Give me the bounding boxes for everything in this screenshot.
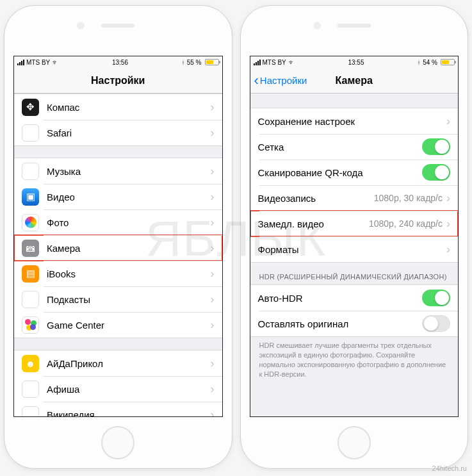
aidaprikol-icon: ☻	[22, 355, 39, 372]
settings-row-music[interactable]: ♫Музыка›	[14, 158, 222, 184]
settings-row-gamecenter[interactable]: Game Center›	[14, 312, 222, 338]
nav-bar: Настройки	[14, 68, 222, 94]
row-label: Камера	[47, 243, 211, 254]
camera-row-preserve[interactable]: Сохранение настроек›	[250, 108, 459, 134]
speaker	[101, 24, 134, 28]
nav-bar: ‹ Настройки Камера	[250, 68, 459, 94]
battery-icon	[441, 59, 455, 65]
safari-icon: ✶	[22, 124, 39, 142]
row-label: iBooks	[47, 268, 211, 279]
clock: 13:56	[112, 59, 128, 66]
page-title: Камера	[336, 75, 373, 86]
phone-right: MTS BY ᯤ 13:55 ᚼ 54 % ‹ Настройки Камера…	[240, 5, 469, 469]
row-value: 1080p, 30 кадр/с	[374, 193, 443, 203]
afisha-icon: A	[22, 381, 39, 398]
row-label: Подкасты	[47, 294, 211, 305]
autohdr-switch[interactable]	[422, 290, 450, 306]
front-camera	[77, 22, 85, 29]
qr-switch[interactable]	[422, 164, 450, 181]
podcasts-icon: ◉	[22, 291, 39, 308]
camera-row-autohdr[interactable]: Авто-HDR	[250, 285, 459, 311]
chevron-right-icon: ›	[446, 217, 450, 231]
wifi-icon: ᯤ	[52, 58, 59, 66]
screen-camera-settings: MTS BY ᯤ 13:55 ᚼ 54 % ‹ Настройки Камера…	[250, 56, 459, 417]
page-title: Настройки	[91, 75, 145, 86]
camera-row-qr[interactable]: Сканирование QR-кода	[250, 160, 459, 185]
row-label: Safari	[47, 127, 211, 138]
settings-row-safari[interactable]: ✶Safari›	[14, 120, 222, 145]
settings-row-photos[interactable]: Фото›	[14, 209, 222, 235]
wikipedia-icon: W	[22, 406, 39, 417]
battery-icon	[205, 59, 219, 65]
back-button[interactable]: ‹ Настройки	[254, 74, 307, 88]
chevron-right-icon: ›	[211, 267, 215, 281]
chevron-right-icon: ›	[211, 242, 215, 255]
battery-percent: 54 %	[423, 59, 437, 66]
status-bar: MTS BY ᯤ 13:56 ᚼ 55 %	[14, 56, 222, 68]
chevron-right-icon: ›	[446, 243, 450, 256]
settings-row-video[interactable]: ▣Видео›	[14, 184, 222, 209]
chevron-right-icon: ›	[211, 126, 215, 140]
wifi-icon: ᯤ	[288, 58, 295, 66]
keepnormal-switch[interactable]	[422, 315, 450, 332]
settings-list[interactable]: ✥Компас›✶Safari›♫Музыка›▣Видео›Фото›📷︎Ка…	[14, 94, 222, 416]
carrier-label: MTS BY	[263, 59, 286, 66]
settings-row-aidaprikol[interactable]: ☻АйДаПрикол›	[14, 350, 222, 376]
row-label: Википедия	[47, 409, 211, 417]
settings-row-ibooks[interactable]: ▤iBooks›	[14, 261, 222, 286]
settings-row-podcasts[interactable]: ◉Подкасты›	[14, 286, 222, 312]
chevron-right-icon: ›	[211, 408, 215, 417]
chevron-right-icon: ›	[446, 192, 450, 205]
row-label: Оставлять оригинал	[258, 318, 423, 329]
camera-row-keepnormal[interactable]: Оставлять оригинал	[250, 311, 459, 336]
settings-row-compass[interactable]: ✥Компас›	[14, 94, 222, 120]
row-label: АйДаПрикол	[47, 358, 211, 369]
camera-row-formats[interactable]: Форматы›	[250, 236, 459, 262]
speaker	[338, 24, 371, 28]
front-camera	[313, 22, 321, 29]
chevron-right-icon: ›	[211, 216, 215, 229]
battery-percent: 55 %	[187, 59, 202, 66]
video-icon: ▣	[22, 188, 39, 206]
ibooks-icon: ▤	[22, 265, 39, 283]
music-icon: ♫	[22, 163, 39, 180]
row-value: 1080p, 240 кадр/с	[369, 218, 443, 229]
row-label: Видеозапись	[258, 193, 374, 204]
row-label: Афиша	[47, 384, 211, 395]
compass-icon: ✥	[22, 99, 39, 116]
row-label: Сохранение настроек	[258, 116, 447, 127]
bluetooth-icon: ᚼ	[417, 59, 421, 66]
settings-row-camera[interactable]: 📷︎Камера›	[14, 235, 222, 261]
signal-icon	[254, 60, 261, 65]
chevron-right-icon: ›	[211, 318, 215, 332]
camera-row-grid[interactable]: Сетка	[250, 134, 459, 160]
chevron-right-icon: ›	[211, 293, 215, 306]
home-button[interactable]	[338, 426, 371, 459]
camera-row-slomo[interactable]: Замедл. видео1080p, 240 кадр/с›	[250, 211, 459, 236]
chevron-left-icon: ‹	[254, 74, 259, 88]
chevron-right-icon: ›	[211, 101, 215, 114]
hdr-section-header: HDR (РАСШИРЕННЫЙ ДИНАМИЧЕСКИЙ ДИАПАЗОН)	[250, 263, 459, 284]
chevron-right-icon: ›	[211, 190, 215, 204]
grid-switch[interactable]	[422, 138, 450, 155]
row-label: Фото	[47, 217, 211, 228]
phone-left: MTS BY ᯤ 13:56 ᚼ 55 % Настройки ✥Компас›…	[4, 5, 232, 469]
chevron-right-icon: ›	[211, 357, 215, 370]
status-bar: MTS BY ᯤ 13:55 ᚼ 54 %	[250, 56, 459, 68]
row-label: Музыка	[47, 166, 211, 177]
settings-row-wikipedia[interactable]: WВикипедия›	[14, 402, 222, 416]
home-button[interactable]	[101, 426, 134, 459]
settings-row-afisha[interactable]: AАфиша›	[14, 376, 222, 402]
camera-settings-list[interactable]: Сохранение настроек›СеткаСканирование QR…	[250, 94, 459, 416]
chevron-right-icon: ›	[446, 115, 450, 128]
hdr-section-footer: HDR смешивает лучшие фрагменты трех отде…	[250, 337, 459, 385]
row-label: Замедл. видео	[258, 218, 369, 229]
bluetooth-icon: ᚼ	[181, 59, 185, 66]
credit-label: 24hitech.ru	[432, 464, 467, 472]
camera-icon: 📷︎	[22, 240, 39, 257]
row-label: Авто-HDR	[258, 293, 423, 304]
row-label: Сканирование QR-кода	[258, 167, 423, 178]
signal-icon	[17, 60, 24, 65]
camera-row-record[interactable]: Видеозапись1080p, 30 кадр/с›	[250, 185, 459, 211]
row-label: Видео	[47, 192, 211, 202]
